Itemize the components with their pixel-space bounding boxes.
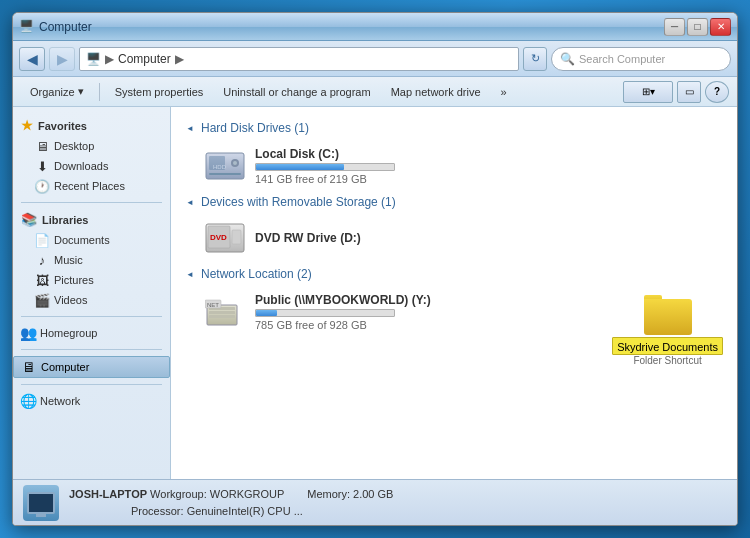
drive-c-icon: HDD [205,148,245,184]
skydrive-folder-icon [644,295,692,335]
dvd-drive-info: DVD RW Drive (D:) [255,231,715,247]
search-icon: 🔍 [560,52,575,66]
refresh-button[interactable]: ↻ [523,47,547,71]
skydrive-name: Skydrive Documents [617,341,718,353]
svg-text:NET: NET [207,302,219,308]
sidebar-item-network[interactable]: 🌐 Network [13,391,170,411]
path-label: Computer [118,52,171,66]
favorites-star-icon: ★ [21,118,33,133]
skydrive-label-bg: Skydrive Documents [612,337,723,355]
favorites-section: ★ Favorites 🖥 Desktop ⬇ Downloads 🕐 Rece… [13,115,170,196]
sidebar-divider-1 [21,202,162,203]
libraries-section: 📚 Libraries 📄 Documents ♪ Music 🖼 Pictur… [13,209,170,310]
desktop-icon: 🖥 [35,139,49,153]
svg-rect-4 [209,173,241,175]
sidebar-item-music[interactable]: ♪ Music [13,250,170,270]
network-section-title[interactable]: Network Location (2) [201,267,312,281]
videos-icon: 🎬 [35,293,49,307]
main-panel: ◄ Hard Disk Drives (1) [171,107,737,479]
svg-rect-13 [209,315,235,318]
skydrive-sublabel: Folder Shortcut [633,355,701,366]
svg-text:DVD: DVD [210,233,227,242]
drive-c-info: Local Disk (C:) 141 GB free of 219 GB [255,147,715,185]
computer-name: JOSH-LAPTOP [69,488,147,500]
hard-disk-toggle[interactable]: ◄ [185,123,195,133]
system-properties-button[interactable]: System properties [106,81,213,103]
content-area: ★ Favorites 🖥 Desktop ⬇ Downloads 🕐 Rece… [13,107,737,479]
workgroup-label: Workgroup: [150,488,207,500]
sidebar-item-homegroup[interactable]: 👥 Homegroup [13,323,170,343]
title-bar: 🖥️ Computer ─ □ ✕ [13,13,737,41]
public-drive-space: 785 GB free of 928 GB [255,319,594,331]
minimize-button[interactable]: ─ [664,18,685,36]
drive-c-item[interactable]: HDD Local Disk (C:) 141 GB free of 219 G… [185,143,723,189]
processor-value: GenuineIntel(R) CPU ... [187,505,303,517]
dvd-drive-name: DVD RW Drive (D:) [255,231,715,245]
computer-status-icon [23,485,59,521]
workgroup-value: WORKGROUP [210,488,284,500]
toolbar-right: ⊞▾ ▭ ? [623,81,729,103]
back-button[interactable]: ◀ [19,47,45,71]
public-drive-name: Public (\\MYBOOKWORLD) (Y:) [255,293,594,307]
uninstall-button[interactable]: Uninstall or change a program [214,81,379,103]
more-button[interactable]: » [492,81,516,103]
sidebar-item-desktop[interactable]: 🖥 Desktop [13,136,170,156]
hard-disk-section-title[interactable]: Hard Disk Drives (1) [201,121,309,135]
help-button[interactable]: ? [705,81,729,103]
forward-button[interactable]: ▶ [49,47,75,71]
public-drive-info: Public (\\MYBOOKWORLD) (Y:) 785 GB free … [255,293,594,331]
sidebar-item-pictures[interactable]: 🖼 Pictures [13,270,170,290]
sidebar-item-downloads[interactable]: ⬇ Downloads [13,156,170,176]
removable-section-title[interactable]: Devices with Removable Storage (1) [201,195,396,209]
svg-point-3 [233,161,237,165]
processor-label: Processor: [131,505,184,517]
skydrive-item[interactable]: Skydrive Documents Folder Shortcut [612,295,723,366]
toolbar-separator [99,83,100,101]
libraries-icon: 📚 [21,212,37,227]
sidebar-item-recent-places[interactable]: 🕐 Recent Places [13,176,170,196]
computer-icon: 🖥 [22,360,36,374]
organize-button[interactable]: Organize ▾ [21,81,93,103]
sidebar-divider-2 [21,316,162,317]
dvd-drive-icon: DVD [205,221,245,257]
network-section-header: ◄ Network Location (2) [185,267,723,281]
address-path[interactable]: 🖥️ ▶ Computer ▶ [79,47,519,71]
documents-icon: 📄 [35,233,49,247]
homegroup-icon: 👥 [21,326,35,340]
svg-text:HDD: HDD [213,164,227,170]
drive-c-bar-bg [255,163,395,171]
sidebar-item-computer[interactable]: 🖥 Computer [13,356,170,378]
public-drive-icon: NET [205,294,245,330]
path-icon: 🖥️ [86,52,101,66]
removable-toggle[interactable]: ◄ [185,197,195,207]
monitor-icon [27,492,55,514]
status-info: JOSH-LAPTOP Workgroup: WORKGROUP Memory:… [69,486,393,519]
public-drive-bar-fill [256,310,277,316]
details-pane-button[interactable]: ▭ [677,81,701,103]
view-toggle-button[interactable]: ⊞▾ [623,81,673,103]
memory-label: Memory: [307,488,350,500]
public-drive-item[interactable]: NET Public (\\MYBOOKWORLD) (Y:) 785 GB f… [185,289,602,335]
sidebar-item-videos[interactable]: 🎬 Videos [13,290,170,310]
map-network-button[interactable]: Map network drive [382,81,490,103]
removable-section-header: ◄ Devices with Removable Storage (1) [185,195,723,209]
music-icon: ♪ [35,253,49,267]
drive-c-name: Local Disk (C:) [255,147,715,161]
libraries-header: 📚 Libraries [13,209,170,230]
window-icon: 🖥️ [19,19,35,35]
drive-c-bar-fill [256,164,344,170]
network-toggle[interactable]: ◄ [185,269,195,279]
drive-c-space: 141 GB free of 219 GB [255,173,715,185]
explorer-window: 🖥️ Computer ─ □ ✕ ◀ ▶ 🖥️ ▶ Computer ▶ ↻ … [12,12,738,526]
downloads-icon: ⬇ [35,159,49,173]
search-box[interactable]: 🔍 Search Computer [551,47,731,71]
maximize-button[interactable]: □ [687,18,708,36]
status-bar: JOSH-LAPTOP Workgroup: WORKGROUP Memory:… [13,479,737,525]
recent-places-icon: 🕐 [35,179,49,193]
svg-rect-9 [232,230,241,244]
hard-disk-section-header: ◄ Hard Disk Drives (1) [185,121,723,135]
dvd-drive-item[interactable]: DVD DVD RW Drive (D:) [185,217,723,261]
close-button[interactable]: ✕ [710,18,731,36]
sidebar-item-documents[interactable]: 📄 Documents [13,230,170,250]
address-bar: ◀ ▶ 🖥️ ▶ Computer ▶ ↻ 🔍 Search Computer [13,41,737,77]
